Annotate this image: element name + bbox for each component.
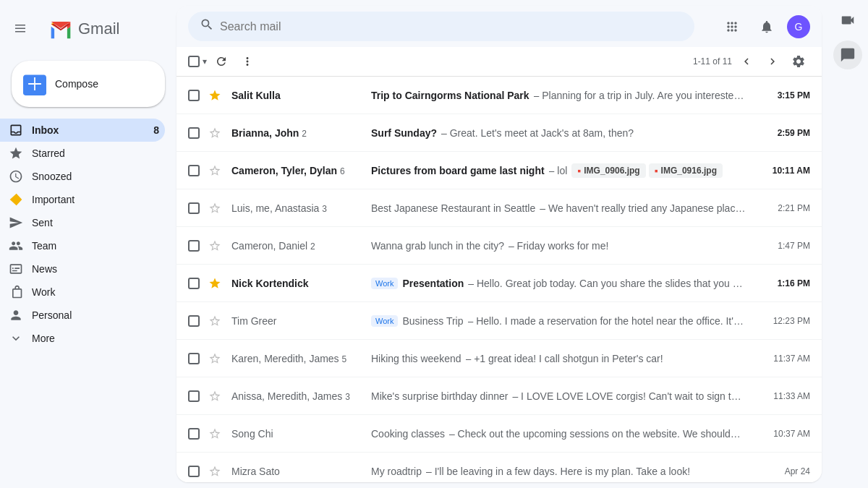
email-tag: Work <box>371 315 398 327</box>
compose-label: Compose <box>55 78 98 90</box>
sender-name: Cameron, Daniel 2 <box>231 240 365 252</box>
row-checkbox[interactable] <box>188 240 203 252</box>
sidebar-item-starred[interactable]: Starred <box>0 142 165 165</box>
email-content: Surf Sunday? – Great. Let's meet at Jack… <box>371 127 746 139</box>
prev-page-button[interactable] <box>735 50 758 73</box>
row-checkbox[interactable] <box>188 466 203 477</box>
sidebar: Gmail Compose Inbox 8 Starred Snoozed Im… <box>0 0 176 488</box>
star-button[interactable] <box>208 314 226 328</box>
email-row[interactable]: Mizra Sato My roadtrip – I'll be leaving… <box>176 453 822 482</box>
star-button[interactable] <box>208 164 226 177</box>
sender-name: Salit Kulla <box>231 90 365 101</box>
row-checkbox[interactable] <box>188 315 203 327</box>
select-chevron[interactable]: ▾ <box>203 56 207 67</box>
row-checkbox[interactable] <box>188 428 203 440</box>
sender-name: Luis, me, Anastasia 3 <box>231 202 365 214</box>
email-content: Best Japanese Restaurant in Seattle – We… <box>371 202 746 214</box>
sidebar-item-important[interactable]: Important <box>0 188 165 211</box>
email-row[interactable]: Tim Greer Work Business Trip – Hello. I … <box>176 302 822 340</box>
sidebar-item-snoozed[interactable]: Snoozed <box>0 165 165 188</box>
email-row[interactable]: Song Chi Cooking classes – Check out the… <box>176 415 822 453</box>
email-row[interactable]: Salit Kulla Trip to Cairngorms National … <box>176 77 822 114</box>
email-content: Cooking classes – Check out the upcoming… <box>371 428 746 440</box>
row-checkbox[interactable] <box>188 202 203 214</box>
email-subject: My roadtrip <box>371 466 422 477</box>
star-button[interactable] <box>208 390 226 403</box>
email-row[interactable]: Cameron, Daniel 2 Wanna grab lunch in th… <box>176 227 822 265</box>
topbar: G <box>176 6 822 47</box>
more-icon <box>9 331 23 346</box>
page-count: 1-11 of 11 <box>693 56 732 67</box>
email-snippet: – I'll be leaving in a few days. Here is… <box>426 466 690 477</box>
refresh-button[interactable] <box>210 50 233 73</box>
compose-button[interactable]: Compose <box>12 61 165 107</box>
sidebar-item-team[interactable]: Team <box>0 234 165 257</box>
next-page-button[interactable] <box>761 50 784 73</box>
star-button[interactable] <box>208 239 226 252</box>
email-subject: Business Trip <box>402 315 463 327</box>
email-row[interactable]: Cameron, Tyler, Dylan 6 Pictures from bo… <box>176 152 822 189</box>
email-subject: Wanna grab lunch in the city? <box>371 240 504 252</box>
star-button[interactable] <box>208 427 226 440</box>
row-checkbox[interactable] <box>188 165 203 176</box>
attachment-icon: ▪ <box>577 165 581 176</box>
sidebar-top: Gmail <box>0 6 176 52</box>
notifications-button[interactable] <box>752 12 781 41</box>
email-snippet: – Friday works for me! <box>509 240 608 252</box>
email-time: 12:23 PM <box>752 316 810 326</box>
email-content: My roadtrip – I'll be leaving in a few d… <box>371 466 746 477</box>
sidebar-item-sent[interactable]: Sent <box>0 211 165 234</box>
attachment-icon: ▪ <box>655 165 658 176</box>
settings-button[interactable] <box>787 50 810 73</box>
star-button[interactable] <box>208 202 226 215</box>
email-subject: Presentation <box>402 278 464 289</box>
select-all-area[interactable]: ▾ <box>188 56 207 67</box>
search-input[interactable] <box>220 20 683 33</box>
personal-icon <box>9 308 23 322</box>
apps-button[interactable] <box>718 12 746 41</box>
sidebar-item-work[interactable]: Work <box>0 281 165 304</box>
email-row[interactable]: Luis, me, Anastasia 3 Best Japanese Rest… <box>176 189 822 227</box>
row-checkbox[interactable] <box>188 127 203 139</box>
row-checkbox[interactable] <box>188 390 203 402</box>
email-snippet: – Hello. I made a reservation for the ho… <box>468 315 746 327</box>
email-row[interactable]: Karen, Meredith, James 5 Hiking this wee… <box>176 340 822 377</box>
email-time: 1:16 PM <box>752 278 810 288</box>
sidebar-item-more-label: More <box>32 333 55 344</box>
star-button[interactable] <box>208 352 226 365</box>
more-options-button[interactable] <box>236 50 259 73</box>
user-avatar[interactable]: G <box>787 15 810 38</box>
snoozed-icon <box>9 169 23 184</box>
attachment-chips: ▪IMG_0906.jpg▪IMG_0916.jpg <box>571 163 723 178</box>
email-row[interactable]: Anissa, Meredith, James 3 Mike's surpris… <box>176 377 822 415</box>
sidebar-item-inbox[interactable]: Inbox 8 <box>0 119 165 142</box>
team-icon <box>9 239 23 253</box>
work-icon <box>9 285 23 299</box>
email-snippet: – lol <box>549 165 568 176</box>
sender-name: Mizra Sato <box>231 466 365 477</box>
search-bar[interactable] <box>188 12 694 41</box>
star-button[interactable] <box>208 127 226 140</box>
email-snippet: – Hello. Great job today. Can you share … <box>468 278 746 289</box>
meet-icon[interactable] <box>833 6 862 35</box>
email-toolbar: ▾ 1-11 of 11 <box>176 47 822 77</box>
row-checkbox[interactable] <box>188 353 203 364</box>
email-snippet: – I LOVE LOVE LOVE corgis! Can't wait to… <box>512 390 746 402</box>
email-time: 2:59 PM <box>752 128 810 138</box>
sidebar-item-more[interactable]: More <box>0 327 165 350</box>
email-row[interactable]: Brianna, John 2 Surf Sunday? – Great. Le… <box>176 114 822 152</box>
star-button[interactable] <box>208 277 226 290</box>
hamburger-menu[interactable] <box>6 14 35 43</box>
row-checkbox[interactable] <box>188 278 203 289</box>
sidebar-item-personal[interactable]: Personal <box>0 304 165 327</box>
star-button[interactable] <box>208 465 226 478</box>
email-content: Pictures from board game last night – lo… <box>371 163 746 178</box>
select-all-checkbox[interactable] <box>188 56 200 67</box>
email-time: 11:33 AM <box>752 391 810 401</box>
star-button[interactable] <box>208 89 226 102</box>
sender-name: Cameron, Tyler, Dylan 6 <box>231 165 365 176</box>
chat-icon[interactable] <box>833 40 862 69</box>
email-row[interactable]: Nick Kortendick Work Presentation – Hell… <box>176 265 822 302</box>
row-checkbox[interactable] <box>188 90 203 101</box>
sidebar-item-news[interactable]: News <box>0 257 165 281</box>
